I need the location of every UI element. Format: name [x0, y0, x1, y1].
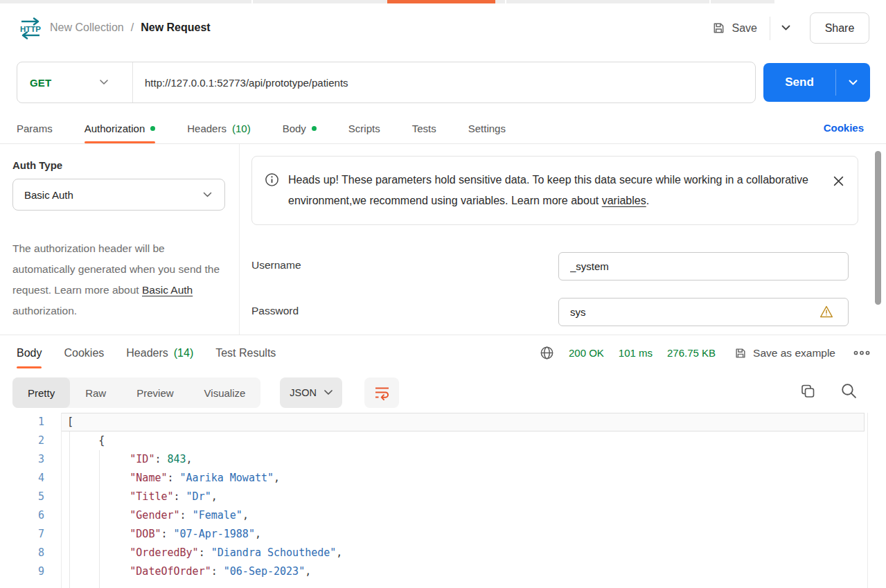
chevron-down-icon: [100, 80, 108, 85]
code-line-5[interactable]: 5 "Title": "Dr",: [0, 488, 865, 506]
line-number: 6: [0, 506, 61, 525]
request-tab-body[interactable]: Body: [283, 113, 317, 143]
response-tab-body[interactable]: Body: [17, 337, 42, 368]
send-options-button[interactable]: [836, 63, 870, 102]
code-line-content: "Title": "Dr",: [61, 488, 865, 506]
line-number: 2: [0, 431, 61, 450]
line-number: 8: [0, 544, 61, 562]
breadcrumb-collection[interactable]: New Collection: [50, 21, 124, 34]
chevron-down-icon: [324, 390, 333, 395]
response-view-toolbar: PrettyRawPreviewVisualize JSON: [12, 377, 399, 408]
tab-label: Headers: [126, 347, 168, 359]
tab-label: Body: [17, 347, 42, 359]
save-as-example-button[interactable]: Save as example: [734, 347, 835, 359]
auth-type-label: Auth Type: [12, 159, 62, 171]
request-tab-tests[interactable]: Tests: [412, 113, 436, 143]
save-options-button[interactable]: [777, 21, 795, 35]
tab-count-badge: (14): [174, 347, 193, 359]
tab-label: Params: [17, 123, 53, 134]
variables-link[interactable]: variables: [602, 195, 646, 206]
auth-description-suffix: authorization.: [12, 305, 77, 317]
request-tabs-border: [0, 143, 886, 144]
url-divider: [132, 62, 133, 103]
code-line-2[interactable]: 2 {: [0, 431, 865, 450]
breadcrumb-request: New Request: [141, 21, 210, 34]
code-line-8[interactable]: 8 "OrderedBy": "Diandra Schouthede",: [0, 544, 865, 562]
request-tab-headers[interactable]: Headers(10): [187, 113, 250, 143]
method-selector[interactable]: GET: [17, 62, 132, 103]
view-mode-raw[interactable]: Raw: [70, 377, 121, 408]
save-button[interactable]: Save: [709, 17, 760, 39]
banner-text-body: Heads up! These parameters hold sensitiv…: [288, 174, 808, 206]
save-icon: [712, 21, 725, 35]
request-tab-scripts[interactable]: Scripts: [348, 113, 380, 143]
line-number: 5: [0, 488, 61, 506]
username-input[interactable]: [558, 252, 849, 280]
response-section-border: [0, 335, 886, 335]
tab-label: Settings: [468, 123, 506, 134]
response-tab-cookies[interactable]: Cookies: [64, 337, 104, 368]
code-line-content: "Name": "Aarika Mowatt",: [61, 469, 865, 488]
status-time: 101 ms: [619, 347, 653, 359]
response-tab-headers[interactable]: Headers(14): [126, 337, 193, 368]
share-button[interactable]: Share: [810, 12, 869, 44]
breadcrumb-separator: /: [131, 21, 134, 34]
line-number: 3: [0, 450, 61, 469]
auth-panel-divider: [239, 144, 240, 335]
method-label: GET: [30, 77, 51, 89]
line-number: 7: [0, 525, 61, 544]
password-label: Password: [251, 305, 299, 317]
code-line-1[interactable]: 1[: [0, 413, 865, 431]
code-line-6[interactable]: 6 "Gender": "Female",: [0, 506, 865, 525]
basic-auth-link[interactable]: Basic Auth: [142, 284, 193, 296]
code-line-9[interactable]: 9 "DateOfOrder": "06-Sep-2023",: [0, 562, 865, 581]
auth-type-dropdown[interactable]: Basic Auth: [12, 179, 225, 211]
view-mode-pretty[interactable]: Pretty: [12, 377, 70, 408]
active-tab-indicator: [387, 0, 495, 3]
code-line-content: "Gender": "Female",: [61, 506, 865, 525]
request-tab-authorization[interactable]: Authorization: [85, 113, 156, 143]
response-body-viewer[interactable]: 1[2 {3 "ID": 843,4 "Name": "Aarika Mowat…: [0, 413, 865, 588]
tab-strip-divider: [709, 0, 711, 3]
more-options-button[interactable]: [850, 347, 874, 359]
tab-count-badge: (10): [232, 123, 251, 134]
wrap-line-icon: [374, 386, 390, 400]
url-input[interactable]: [145, 63, 748, 102]
breadcrumb: New Collection / New Request: [50, 21, 211, 34]
code-line-3[interactable]: 3 "ID": 843,: [0, 450, 865, 469]
chevron-down-icon: [203, 192, 212, 198]
sensitive-data-banner: Heads up! These parameters hold sensitiv…: [251, 156, 858, 225]
send-button[interactable]: Send: [763, 63, 835, 102]
password-input[interactable]: [558, 298, 849, 326]
line-number: 4: [0, 469, 61, 488]
banner-close-button[interactable]: [831, 173, 847, 191]
request-tab-params[interactable]: Params: [17, 113, 53, 143]
response-tab-test-results[interactable]: Test Results: [215, 337, 276, 368]
unsaved-changes-dot: [150, 126, 155, 131]
search-response-button[interactable]: [839, 381, 859, 403]
close-icon: [833, 176, 844, 186]
request-tab-settings[interactable]: Settings: [468, 113, 506, 143]
copy-response-button[interactable]: [798, 382, 817, 403]
chevron-down-icon: [781, 25, 790, 31]
info-icon: [265, 172, 279, 187]
header-divider: [770, 17, 770, 40]
cookies-link[interactable]: Cookies: [824, 122, 864, 134]
status-size: 276.75 KB: [667, 347, 716, 359]
view-mode-preview[interactable]: Preview: [121, 377, 188, 408]
code-line-7[interactable]: 7 "DOB": "07-Apr-1988",: [0, 525, 865, 544]
response-tabs: BodyCookiesHeaders(14)Test Results: [17, 337, 276, 368]
code-line-content: {: [61, 431, 865, 450]
request-url-bar: GET: [17, 62, 756, 103]
globe-icon: [540, 346, 554, 360]
view-mode-visualize[interactable]: Visualize: [189, 377, 261, 408]
language-dropdown[interactable]: JSON: [280, 377, 342, 408]
code-line-content: "DOB": "07-Apr-1988",: [61, 525, 865, 544]
code-line-4[interactable]: 4 "Name": "Aarika Mowatt",: [0, 469, 865, 488]
wrap-line-button[interactable]: [364, 377, 399, 408]
line-number: 1: [0, 413, 61, 431]
panel-scrollbar[interactable]: [875, 151, 881, 305]
app-window: HTTP New Collection / New Request Save S…: [0, 0, 886, 588]
copy-icon: [799, 383, 816, 400]
chevron-down-icon: [849, 80, 858, 86]
